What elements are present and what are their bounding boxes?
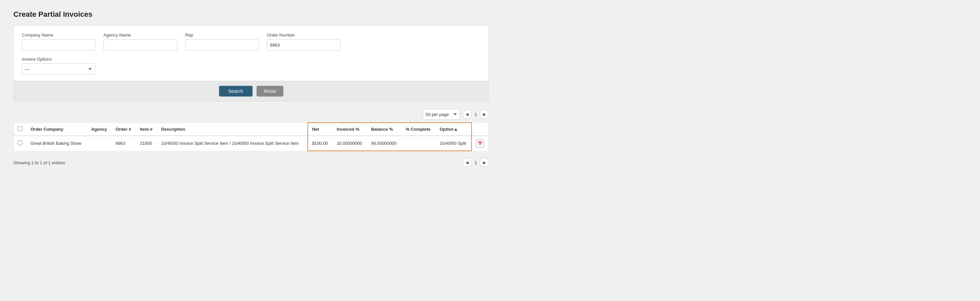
row-checkbox-cell [14, 136, 27, 151]
company-name-label: Company Name [22, 32, 95, 38]
pct-complete-header: % Complete [402, 123, 435, 136]
order-number-label: Order Number [267, 32, 340, 38]
row-pct-complete [402, 136, 435, 151]
current-page-bottom: 1 [475, 160, 477, 165]
invoice-options-select[interactable]: — Option 1 Option 2 [22, 63, 95, 75]
row-checkbox[interactable] [18, 140, 22, 145]
order-number-input[interactable] [267, 39, 340, 51]
row-net: $100.00 [308, 136, 332, 151]
rep-group: Rep [185, 32, 259, 51]
checkbox-header [14, 123, 27, 136]
invoice-options-group: Invoice Options — Option 1 Option 2 [22, 57, 95, 75]
prev-page-button[interactable]: ◀ [463, 110, 472, 119]
current-page: 1 [475, 112, 477, 117]
balance-pct-header: Balance % [367, 123, 402, 136]
agency-name-group: Agency Name [103, 32, 177, 51]
rep-input[interactable] [185, 39, 259, 51]
results-section: 10 per page 25 per page 50 per page 100 … [13, 109, 489, 167]
action-bar: Search Reset [13, 81, 489, 102]
row-option: 10/40/50 Split [436, 136, 472, 151]
table-header-row: Order Company Agency Order # Item # Desc… [14, 123, 489, 136]
data-table: Order Company Agency Order # Item # Desc… [13, 123, 489, 151]
pagination-bottom: ◀ 1 ▶ [463, 158, 489, 167]
row-action-cell: 📅 [472, 136, 488, 151]
row-agency [87, 136, 111, 151]
option-header: Option▲ [436, 123, 472, 136]
rep-label: Rep [185, 32, 259, 38]
net-header: Net [308, 123, 332, 136]
select-all-checkbox[interactable] [18, 126, 22, 131]
agency-name-input[interactable] [103, 39, 177, 51]
search-panel: Company Name Agency Name Rep Order Numbe… [13, 25, 489, 81]
pagination-top: 10 per page 25 per page 50 per page 100 … [13, 109, 489, 119]
order-number-group: Order Number [267, 32, 340, 51]
action-header [472, 123, 488, 136]
invoiced-pct-header: Invoiced % [332, 123, 367, 136]
per-page-select[interactable]: 10 per page 25 per page 50 per page 100 … [423, 109, 460, 119]
showing-text: Showing 1 to 1 of 1 entries [13, 160, 65, 165]
row-balance-pct: 90.00000000 [367, 136, 402, 151]
agency-header: Agency [87, 123, 111, 136]
row-action-button[interactable]: 📅 [476, 139, 484, 148]
company-name-input[interactable] [22, 39, 95, 51]
invoice-options-label: Invoice Options [22, 57, 95, 62]
next-page-bottom-button[interactable]: ▶ [480, 158, 489, 167]
item-num-header: Item # [136, 123, 157, 136]
row-item-num: 21005 [136, 136, 157, 151]
next-page-button[interactable]: ▶ [480, 110, 489, 119]
form-row-2: Invoice Options — Option 1 Option 2 [22, 57, 480, 75]
search-button[interactable]: Search [219, 86, 253, 97]
agency-name-label: Agency Name [103, 32, 177, 38]
row-order-num: 8963 [111, 136, 136, 151]
order-num-header: Order # [111, 123, 136, 136]
row-invoiced-pct: 10.00000000 [332, 136, 367, 151]
reset-button[interactable]: Reset [256, 86, 284, 97]
form-row-1: Company Name Agency Name Rep Order Numbe… [22, 32, 480, 51]
table-row: Great British Baking Show 8963 21005 10/… [14, 136, 489, 151]
company-name-group: Company Name [22, 32, 95, 51]
order-company-header: Order Company [27, 123, 87, 136]
row-description: 10/40/50 Invoice Split Service Item / 10… [157, 136, 308, 151]
prev-page-bottom-button[interactable]: ◀ [463, 158, 472, 167]
description-header: Description [157, 123, 308, 136]
row-order-company: Great British Baking Show [27, 136, 87, 151]
page-title: Create Partial Invoices [13, 10, 489, 19]
